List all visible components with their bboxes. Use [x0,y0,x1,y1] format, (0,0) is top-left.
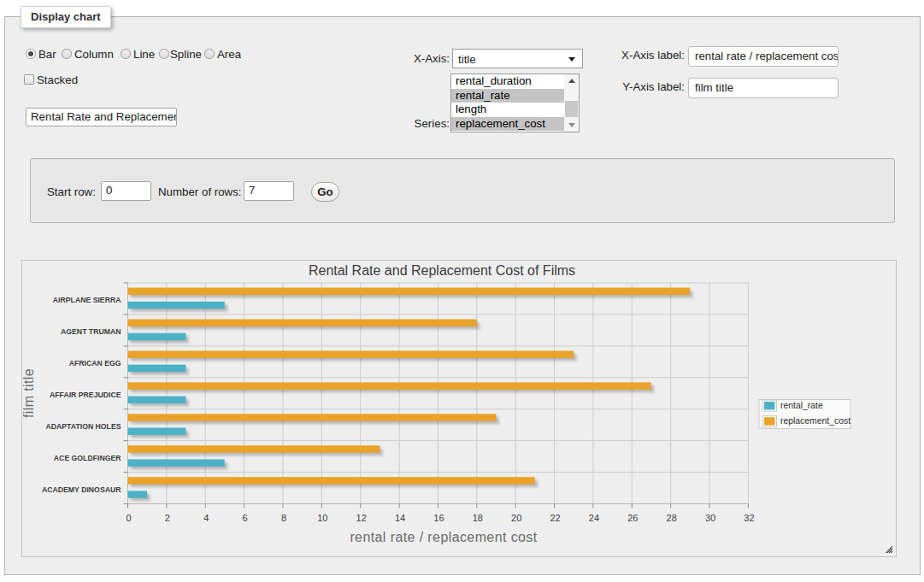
svg-text:rental_rate: rental_rate [780,401,823,410]
svg-text:4: 4 [203,513,209,523]
svg-text:16: 16 [433,513,444,523]
svg-text:24: 24 [589,513,599,523]
svg-text:8: 8 [281,513,286,523]
svg-text:AGENT TRUMAN: AGENT TRUMAN [61,327,121,336]
svg-text:14: 14 [395,513,405,523]
svg-text:0: 0 [126,513,131,523]
svg-text:AIRPLANE SIERRA: AIRPLANE SIERRA [53,296,121,304]
svg-text:18: 18 [473,513,483,523]
svg-text:12: 12 [356,513,367,523]
svg-text:6: 6 [243,513,248,523]
svg-text:film title: film title [22,368,36,418]
svg-text:AFRICAN EGG: AFRICAN EGG [69,359,121,367]
svg-text:ACE GOLDFINGER: ACE GOLDFINGER [54,454,121,462]
svg-text:10: 10 [317,513,327,523]
svg-text:Rental Rate and Replacement Co: Rental Rate and Replacement Cost of Film… [309,263,575,278]
svg-text:28: 28 [667,513,677,523]
svg-text:AFFAIR PREJUDICE: AFFAIR PREJUDICE [50,391,121,399]
svg-text:ACADEMY DINOSAUR: ACADEMY DINOSAUR [42,485,121,494]
svg-text:26: 26 [627,513,638,523]
svg-text:rental rate / replacement cost: rental rate / replacement cost [350,530,537,544]
svg-text:30: 30 [705,513,715,523]
svg-text:20: 20 [511,513,521,523]
svg-text:replacement_cost: replacement_cost [780,416,850,426]
svg-text:22: 22 [550,513,560,523]
svg-text:32: 32 [744,513,754,523]
svg-text:2: 2 [165,513,170,523]
svg-text:ADAPTATION HOLES: ADAPTATION HOLES [46,422,121,431]
